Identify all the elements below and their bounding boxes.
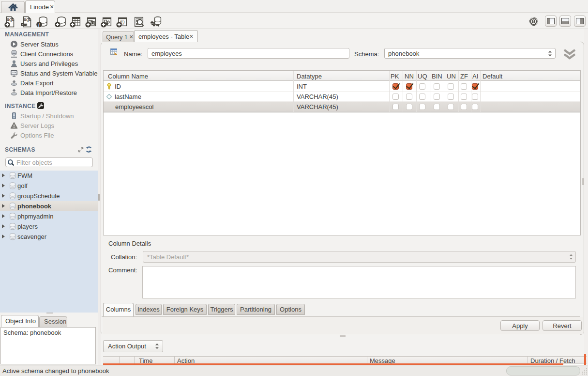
svg-text:i: i xyxy=(38,23,40,28)
svg-text:SQL: SQL xyxy=(7,17,15,22)
svg-text:SQL: SQL xyxy=(24,17,31,22)
